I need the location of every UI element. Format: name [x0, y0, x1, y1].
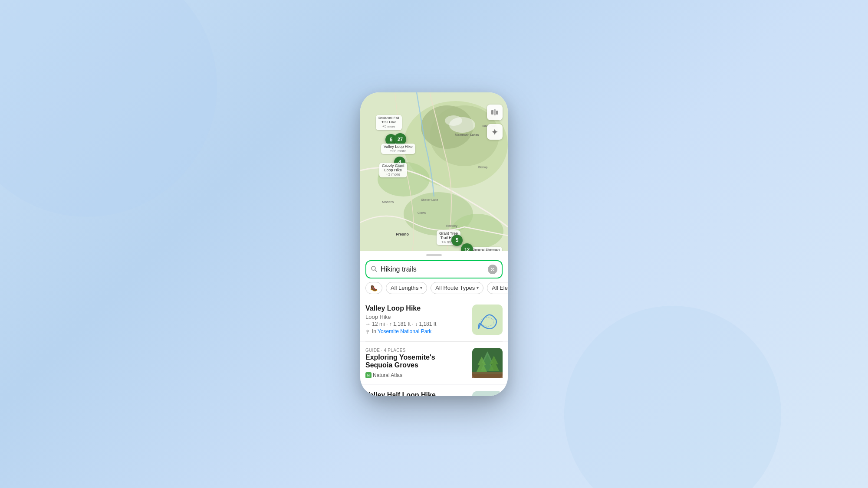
- filter-route-types-chevron: ▾: [477, 285, 479, 290]
- svg-text:Clovis: Clovis: [418, 211, 426, 214]
- provider-badge: N Natural Atlas: [365, 372, 402, 378]
- map-controls: [487, 105, 503, 140]
- trail-map-thumb: [472, 305, 503, 335]
- svg-rect-31: [472, 374, 503, 378]
- filter-elevation-pill[interactable]: All Eleva... ▾: [487, 282, 508, 294]
- hiker-icon: 🥾: [370, 285, 378, 291]
- result-half-loop-info: Valley Half Loop Hike Loop Hike: [365, 391, 468, 396]
- svg-rect-19: [494, 109, 496, 115]
- result-valley-loop-title: Valley Loop Hike: [365, 305, 468, 312]
- search-bar: Hiking trails: [365, 260, 503, 278]
- svg-text:Bishop: Bishop: [478, 166, 488, 169]
- search-container: Hiking trails: [360, 258, 508, 282]
- svg-text:Shaver Lake: Shaver Lake: [421, 198, 438, 201]
- location-button[interactable]: [487, 124, 503, 140]
- result-half-loop-title: Valley Half Loop Hike: [365, 391, 468, 396]
- location-icon: [491, 128, 499, 136]
- result-valley-loop-info: Valley Loop Hike Loop Hike ↔ 12 mi · ↑ 1…: [365, 305, 468, 334]
- forest-thumb: [472, 348, 503, 378]
- map-icon: [491, 108, 499, 116]
- search-clear-button[interactable]: [488, 265, 497, 274]
- svg-rect-23: [472, 305, 503, 335]
- half-loop-thumb: [472, 391, 503, 396]
- results-list: Valley Loop Hike Loop Hike ↔ 12 mi · ↑ 1…: [360, 298, 508, 396]
- result-guide-tag: GUIDE · 4 PLACES: [365, 348, 468, 353]
- result-valley-half-loop[interactable]: Valley Half Loop Hike Loop Hike: [360, 385, 508, 396]
- result-location-link[interactable]: Yosemite National Park: [378, 328, 431, 334]
- filter-row: 🥾 All Lengths ▾ All Route Types ▾ All El…: [360, 282, 508, 298]
- svg-rect-20: [496, 111, 498, 115]
- svg-text:Mammoth Lakes: Mammoth Lakes: [455, 133, 479, 137]
- filter-route-types-pill[interactable]: All Route Types ▾: [431, 282, 483, 294]
- filter-hiker-pill[interactable]: 🥾: [365, 282, 382, 294]
- result-guide-info: GUIDE · 4 PLACES Exploring Yosemite'sSeq…: [365, 348, 468, 379]
- search-icon: [371, 265, 377, 273]
- filter-route-types-label: All Route Types: [435, 285, 475, 291]
- result-half-loop-thumb: [472, 391, 503, 396]
- result-valley-loop-location: In Yosemite National Park: [365, 328, 468, 334]
- provider-icon: N: [365, 372, 372, 378]
- result-guide-title: Exploring Yosemite'sSequoia Groves: [365, 354, 468, 369]
- result-valley-loop-stats: ↔ 12 mi · ↑ 1,181 ft · ↓ 1,181 ft: [365, 321, 468, 327]
- svg-point-17: [445, 115, 462, 126]
- svg-text:Reedley: Reedley: [446, 224, 457, 228]
- svg-rect-32: [472, 391, 503, 396]
- search-input[interactable]: Hiking trails: [381, 265, 484, 273]
- svg-rect-18: [491, 110, 493, 115]
- svg-text:Madera: Madera: [382, 200, 394, 204]
- location-pin-icon: [365, 329, 370, 334]
- filter-lengths-label: All Lengths: [391, 285, 418, 291]
- result-guide-thumb: [472, 348, 503, 378]
- result-valley-loop-thumb: [472, 305, 503, 335]
- provider-name: Natural Atlas: [373, 372, 402, 378]
- result-location-prefix: In: [372, 328, 376, 334]
- result-yosemite-guide[interactable]: GUIDE · 4 PLACES Exploring Yosemite'sSeq…: [360, 342, 508, 385]
- map-type-button[interactable]: [487, 105, 503, 120]
- phone-container: Madera Fresno Clovis Shaver Lake Reedley…: [360, 92, 508, 396]
- svg-point-22: [367, 330, 368, 332]
- result-valley-loop-subtitle: Loop Hike: [365, 314, 468, 320]
- cluster-5[interactable]: 5: [451, 235, 463, 246]
- filter-elevation-label: All Eleva...: [492, 285, 508, 291]
- drag-handle[interactable]: [426, 254, 442, 256]
- filter-lengths-pill[interactable]: All Lengths ▾: [386, 282, 427, 294]
- drag-handle-area: [360, 251, 508, 258]
- map-area: Madera Fresno Clovis Shaver Lake Reedley…: [360, 92, 508, 251]
- result-valley-loop[interactable]: Valley Loop Hike Loop Hike ↔ 12 mi · ↑ 1…: [360, 298, 508, 341]
- svg-text:Fresno: Fresno: [396, 232, 409, 236]
- filter-lengths-chevron: ▾: [420, 285, 422, 290]
